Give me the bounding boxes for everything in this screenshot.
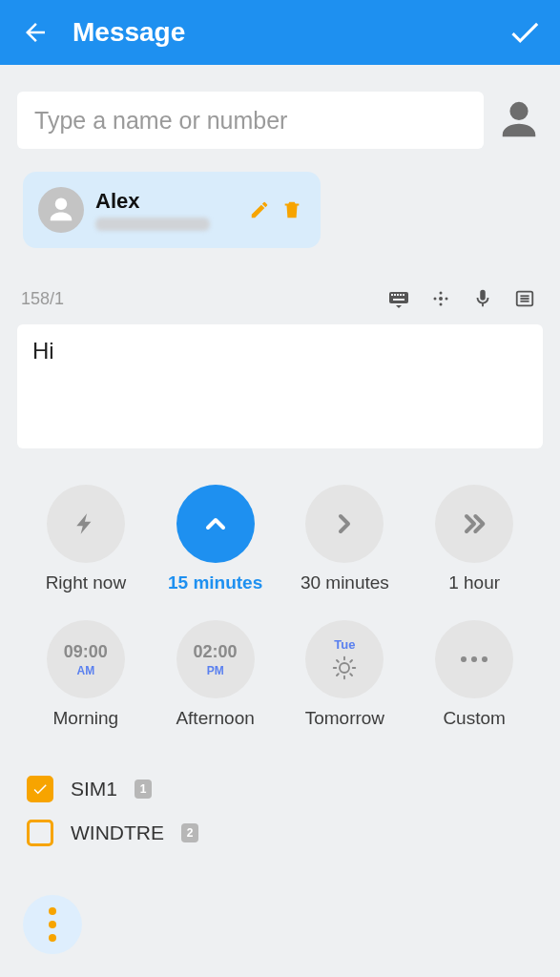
schedule-label: Afternoon xyxy=(176,708,254,729)
sim-label: SIM1 xyxy=(71,778,117,800)
schedule-option-15m[interactable]: 15 minutes xyxy=(151,485,280,593)
microphone-icon xyxy=(472,288,493,309)
dot-icon xyxy=(49,934,56,942)
schedule-time: 09:00 xyxy=(64,642,108,662)
svg-line-24 xyxy=(351,660,353,662)
keyboard-icon xyxy=(387,287,410,310)
sim-badge: 2 xyxy=(181,823,198,842)
schedule-option-custom[interactable]: Custom xyxy=(409,620,539,729)
schedule-label: Custom xyxy=(443,708,505,729)
recipient-field-wrap xyxy=(17,92,484,149)
templates-button[interactable] xyxy=(510,284,539,313)
sim-label: WINDTRE xyxy=(71,821,164,844)
person-icon xyxy=(497,98,541,142)
svg-rect-3 xyxy=(397,294,399,296)
schedule-circle xyxy=(435,485,513,563)
svg-point-27 xyxy=(482,656,487,662)
checkbox xyxy=(27,776,53,802)
arrow-left-icon xyxy=(21,18,50,47)
svg-point-7 xyxy=(439,297,443,301)
avatar xyxy=(38,187,84,233)
svg-point-26 xyxy=(471,656,477,662)
schedule-circle: 09:00AM xyxy=(47,620,125,698)
sim-option-2[interactable]: WINDTRE 2 xyxy=(27,811,537,855)
schedule-option-tomorrow[interactable]: Tue Tomorrow xyxy=(280,620,410,729)
recipient-row xyxy=(0,65,560,155)
schedule-circle xyxy=(435,620,513,698)
delete-contact-button[interactable] xyxy=(279,197,305,223)
schedule-ampm: AM xyxy=(77,664,95,677)
app-header: Message xyxy=(0,0,560,65)
schedule-label: Tomorrow xyxy=(305,708,384,729)
voice-button[interactable] xyxy=(468,284,497,313)
back-button[interactable] xyxy=(17,14,53,51)
sim-list: SIM1 1 WINDTRE 2 xyxy=(0,729,560,855)
schedule-circle xyxy=(305,485,384,563)
schedule-ampm: PM xyxy=(207,664,224,677)
svg-point-11 xyxy=(440,303,443,306)
schedule-label: Right now xyxy=(46,572,127,593)
schedule-grid: Right now 15 minutes 30 minutes 1 hour 0… xyxy=(0,448,560,729)
list-icon xyxy=(514,288,535,309)
recipient-input[interactable] xyxy=(32,106,468,135)
schedule-time: 02:00 xyxy=(194,642,238,662)
compose-toolbar: 158/1 xyxy=(0,248,560,319)
contact-chip: Alex xyxy=(23,172,321,248)
svg-rect-0 xyxy=(389,292,408,303)
svg-line-23 xyxy=(337,674,339,676)
sim-badge: 1 xyxy=(135,780,152,799)
schedule-option-now[interactable]: Right now xyxy=(21,485,151,593)
keyboard-button[interactable] xyxy=(384,284,413,313)
svg-point-9 xyxy=(446,298,448,301)
person-icon xyxy=(47,196,75,224)
schedule-circle xyxy=(176,485,255,563)
schedule-option-30m[interactable]: 30 minutes xyxy=(280,485,410,593)
schedule-label: Morning xyxy=(53,708,119,729)
schedule-option-morning[interactable]: 09:00AM Morning xyxy=(21,620,151,729)
schedule-label: 30 minutes xyxy=(301,572,389,593)
svg-point-10 xyxy=(440,292,443,295)
pencil-icon xyxy=(249,199,270,220)
page-title: Message xyxy=(73,17,507,48)
svg-point-25 xyxy=(461,656,467,662)
schedule-circle: Tue xyxy=(305,620,384,698)
schedule-option-1h[interactable]: 1 hour xyxy=(409,485,539,593)
schedule-circle: 02:00PM xyxy=(176,620,255,698)
confirm-button[interactable] xyxy=(507,14,543,51)
svg-line-21 xyxy=(337,660,339,662)
checkbox xyxy=(27,820,53,846)
add-contact-button[interactable] xyxy=(495,96,543,144)
char-counter: 158/1 xyxy=(21,289,371,309)
edit-contact-button[interactable] xyxy=(246,197,273,223)
dot-icon xyxy=(49,921,56,928)
schedule-day: Tue xyxy=(334,637,355,652)
assistant-button[interactable] xyxy=(426,284,455,313)
contact-name: Alex xyxy=(95,189,240,214)
message-input[interactable]: Hi xyxy=(17,324,543,448)
schedule-circle xyxy=(47,485,125,563)
svg-line-22 xyxy=(351,674,353,676)
svg-rect-4 xyxy=(400,294,402,296)
svg-rect-5 xyxy=(403,294,404,296)
assistant-icon xyxy=(429,287,452,310)
more-options-button[interactable] xyxy=(23,895,82,954)
schedule-option-afternoon[interactable]: 02:00PM Afternoon xyxy=(151,620,280,729)
sim-option-1[interactable]: SIM1 1 xyxy=(27,767,537,811)
schedule-label: 15 minutes xyxy=(168,572,262,593)
check-icon xyxy=(507,14,543,51)
check-icon xyxy=(31,780,49,798)
contact-number-redacted xyxy=(95,218,210,231)
svg-point-8 xyxy=(434,298,437,301)
dot-icon xyxy=(49,907,56,915)
svg-rect-1 xyxy=(391,294,393,296)
contact-chip-body: Alex xyxy=(95,189,240,231)
svg-rect-6 xyxy=(393,299,404,301)
schedule-label: 1 hour xyxy=(448,572,500,593)
trash-icon xyxy=(281,199,302,220)
svg-rect-2 xyxy=(394,294,396,296)
svg-point-16 xyxy=(340,663,349,673)
